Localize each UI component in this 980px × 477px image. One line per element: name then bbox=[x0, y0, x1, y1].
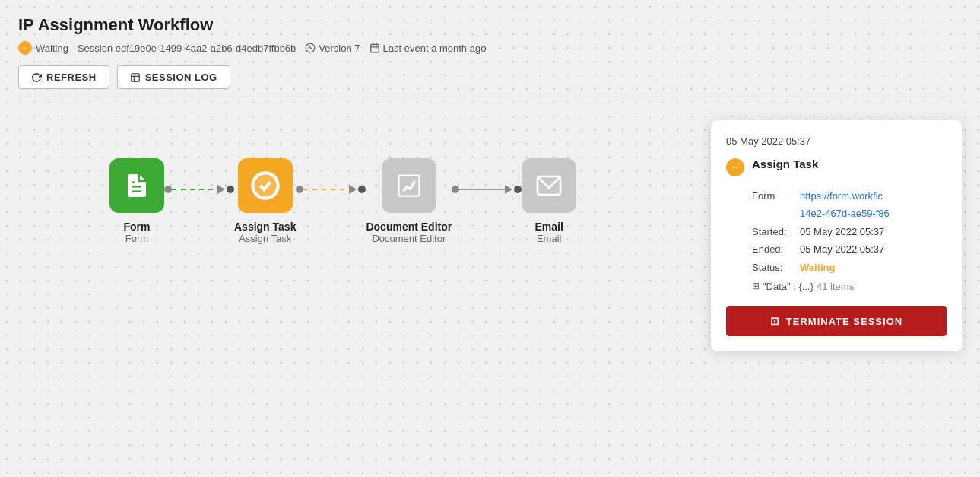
assign-task-node-icon bbox=[238, 158, 293, 213]
terminate-icon: ⊡ bbox=[770, 315, 780, 327]
svg-rect-11 bbox=[398, 176, 419, 196]
conn2-arrow bbox=[349, 185, 357, 194]
svg-rect-1 bbox=[370, 44, 379, 52]
form-label: Form bbox=[752, 187, 794, 223]
page-title: IP Assignment Workflow bbox=[18, 15, 962, 35]
connector-2 bbox=[296, 185, 366, 194]
assign-task-label-primary: Assign Task bbox=[234, 221, 296, 233]
status-label: Waiting bbox=[36, 43, 68, 54]
document-editor-label-primary: Document Editor bbox=[366, 221, 452, 233]
detail-ended-row: Ended: 05 May 2022 05:37 bbox=[752, 240, 947, 258]
started-value: 05 May 2022 05:37 bbox=[800, 223, 884, 240]
panel-activity: Assign Task bbox=[726, 157, 947, 176]
status-badge: Waiting bbox=[18, 41, 68, 55]
node-assign-task[interactable]: Assign Task Assign Task bbox=[234, 158, 296, 244]
terminate-label: TERMINATE SESSION bbox=[786, 316, 902, 327]
assign-task-node-labels: Assign Task Assign Task bbox=[234, 221, 296, 244]
calendar-icon bbox=[369, 43, 380, 53]
node-email[interactable]: Email Email bbox=[522, 158, 576, 244]
panel-timestamp: 05 May 2022 05:37 bbox=[726, 135, 947, 147]
check-circle-icon bbox=[250, 170, 281, 201]
conn1-dot-left bbox=[164, 186, 172, 193]
detail-form-row: Form https://form.workflc14e2-467d-ae59-… bbox=[752, 187, 947, 223]
chart-icon bbox=[395, 172, 423, 199]
form-node-icon bbox=[109, 158, 164, 213]
data-expand-label: "Data" : {...} bbox=[763, 278, 813, 295]
conn2-line bbox=[303, 189, 349, 190]
clock-icon bbox=[305, 43, 316, 53]
document-editor-label-secondary: Document Editor bbox=[366, 233, 452, 244]
last-event-info: Last event a month ago bbox=[369, 43, 487, 54]
connector-1 bbox=[164, 185, 234, 194]
version-text: Version 7 bbox=[319, 43, 360, 54]
expand-icon[interactable]: ⊞ bbox=[752, 278, 760, 295]
refresh-button[interactable]: REFRESH bbox=[18, 65, 109, 89]
conn1-arrow bbox=[217, 185, 225, 194]
detail-status-row: Status: Waiting bbox=[752, 259, 947, 276]
conn1-line bbox=[172, 189, 217, 190]
conn3-dot-right bbox=[514, 186, 522, 193]
assign-task-label-secondary: Assign Task bbox=[234, 233, 296, 244]
page-header: IP Assignment Workflow Waiting Session e… bbox=[0, 0, 980, 97]
version-info: Version 7 bbox=[305, 43, 360, 54]
connector-3 bbox=[452, 185, 522, 194]
email-node-icon bbox=[522, 158, 576, 213]
data-expand-row[interactable]: ⊞ "Data" : {...} 41 items bbox=[752, 278, 947, 295]
email-label-primary: Email bbox=[535, 221, 563, 233]
session-log-label: SESSION LOG bbox=[145, 72, 217, 83]
conn3-dot-left bbox=[452, 186, 459, 193]
data-count: 41 items bbox=[817, 278, 854, 295]
session-log-button[interactable]: SESSION LOG bbox=[117, 65, 230, 89]
email-icon bbox=[535, 172, 563, 199]
detail-started-row: Started: 05 May 2022 05:37 bbox=[752, 223, 947, 240]
started-label: Started: bbox=[752, 223, 794, 240]
meta-row: Waiting Session edf19e0e-1499-4aa2-a2b6-… bbox=[18, 41, 962, 55]
detail-panel: 05 May 2022 05:37 Assign Task Form https… bbox=[711, 120, 962, 351]
email-node-labels: Email Email bbox=[535, 221, 563, 244]
refresh-label: REFRESH bbox=[46, 72, 97, 83]
form-label-primary: Form bbox=[124, 221, 151, 233]
conn3-arrow bbox=[505, 185, 512, 194]
last-event-text: Last event a month ago bbox=[383, 43, 487, 54]
svg-rect-5 bbox=[131, 73, 139, 81]
status-value: Waiting bbox=[800, 259, 835, 276]
form-url-link[interactable]: https://form.workflc14e2-467d-ae59-f86 bbox=[800, 187, 890, 223]
workflow-flow: Form Form Assign Task Assign Task bbox=[109, 158, 576, 244]
activity-status-dot bbox=[726, 158, 744, 176]
conn3-line bbox=[459, 189, 505, 190]
ended-label: Ended: bbox=[752, 240, 794, 258]
node-document-editor[interactable]: Document Editor Document Editor bbox=[366, 158, 452, 244]
status-label-detail: Status: bbox=[752, 259, 794, 276]
form-node-labels: Form Form bbox=[124, 221, 151, 244]
ended-value: 05 May 2022 05:37 bbox=[800, 240, 884, 258]
toolbar-row: REFRESH SESSION LOG bbox=[18, 65, 962, 89]
activity-title: Assign Task bbox=[752, 157, 818, 170]
form-label-secondary: Form bbox=[124, 233, 151, 244]
form-icon bbox=[123, 172, 151, 199]
status-dot-icon bbox=[18, 41, 32, 55]
refresh-icon bbox=[31, 72, 42, 83]
log-icon bbox=[130, 72, 141, 83]
email-label-secondary: Email bbox=[535, 233, 563, 244]
session-id: Session edf19e0e-1499-4aa2-a2b6-d4edb7ff… bbox=[78, 43, 296, 54]
conn2-dot-right bbox=[358, 186, 366, 193]
conn2-dot-left bbox=[296, 186, 303, 193]
panel-details: Form https://form.workflc14e2-467d-ae59-… bbox=[752, 187, 947, 295]
workflow-canvas: Form Form Assign Task Assign Task bbox=[0, 97, 980, 275]
document-editor-node-icon bbox=[382, 158, 436, 213]
document-editor-node-labels: Document Editor Document Editor bbox=[366, 221, 452, 244]
conn1-dot-right bbox=[227, 186, 234, 193]
terminate-session-button[interactable]: ⊡ TERMINATE SESSION bbox=[726, 306, 947, 336]
node-form[interactable]: Form Form bbox=[109, 158, 164, 244]
